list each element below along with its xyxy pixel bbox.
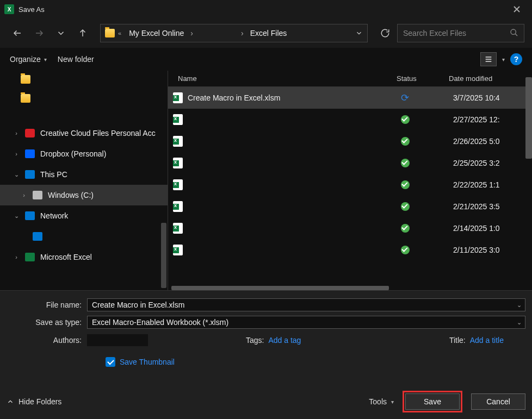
file-date: 2/25/2025 3:2 <box>453 159 532 167</box>
excel-app-icon: X <box>4 4 14 14</box>
breadcrumb-segment-1[interactable]: My Excel Online <box>125 24 188 42</box>
sidebar-item-network-pc[interactable] <box>0 226 168 247</box>
nav-forward-button[interactable] <box>29 23 49 43</box>
new-folder-label: New folder <box>58 55 94 64</box>
chevron-down-icon[interactable]: ⌄ <box>517 319 522 326</box>
refresh-button[interactable] <box>375 24 395 42</box>
help-button[interactable]: ? <box>510 53 522 65</box>
file-list-header: Name Status Date modified <box>168 71 532 87</box>
chevron-down-icon[interactable]: ⌄ <box>517 302 522 309</box>
save-thumbnail-label: Save Thumbnail <box>120 358 175 366</box>
organize-button[interactable]: Organize ▾ <box>10 55 47 64</box>
chevron-down-icon: ▾ <box>44 57 47 62</box>
file-row[interactable]: Create Macro in Excel.xlsm ⟳ 3/7/2025 10… <box>168 87 532 109</box>
sidebar-item-network[interactable]: ⌄ Network <box>0 205 168 226</box>
file-date: 2/27/2025 12: <box>453 115 532 124</box>
search-icon <box>510 28 518 39</box>
title-link[interactable]: Add a title <box>470 336 504 345</box>
file-row[interactable]: 2/27/2025 12: <box>168 109 532 130</box>
tags-label: Tags: <box>246 336 264 345</box>
synced-icon <box>401 115 410 124</box>
file-date: 2/14/2025 1:0 <box>453 224 532 233</box>
nav-recent-button[interactable] <box>51 23 71 43</box>
column-header-status[interactable]: Status <box>397 74 449 83</box>
type-label: Save as type: <box>7 318 87 327</box>
file-status <box>401 159 453 167</box>
view-dropdown[interactable]: ▾ <box>502 57 505 62</box>
title-bar: X Save As <box>0 0 532 18</box>
sidebar-item-folder[interactable] <box>0 88 168 109</box>
pc-icon <box>33 232 42 241</box>
file-row[interactable]: 2/26/2025 5:0 <box>168 130 532 152</box>
pc-icon <box>25 170 35 179</box>
cancel-button[interactable]: Cancel <box>471 393 525 410</box>
tags-link[interactable]: Add a tag <box>268 336 301 345</box>
file-date: 2/26/2025 5:0 <box>453 137 532 146</box>
sidebar-scrollbar[interactable] <box>161 223 166 288</box>
refresh-icon <box>380 28 390 38</box>
file-row[interactable]: 2/21/2025 3:5 <box>168 196 532 217</box>
excel-file-icon <box>172 223 183 234</box>
filename-value: Create Macro in Excel.xlsm <box>92 301 184 309</box>
file-date: 3/7/2025 10:4 <box>453 93 532 102</box>
filename-input[interactable]: Create Macro in Excel.xlsm ⌄ <box>87 298 525 311</box>
file-row[interactable]: 2/14/2025 1:0 <box>168 217 532 239</box>
nav-up-button[interactable] <box>73 23 92 43</box>
sidebar-item-label: Dropbox (Personal) <box>40 149 106 158</box>
chevron-right-icon: › <box>239 29 246 37</box>
toolbar: Organize ▾ New folder ▾ ? <box>0 48 532 71</box>
sidebar-item-dropbox[interactable]: › Dropbox (Personal) <box>0 143 168 164</box>
file-scrollbar-vertical[interactable] <box>525 77 532 159</box>
file-status <box>401 180 453 189</box>
view-mode-button[interactable] <box>480 52 497 66</box>
chevron-right-icon: › <box>13 130 20 136</box>
excel-file-icon <box>172 92 183 103</box>
chevron-down-icon: ▾ <box>391 399 394 405</box>
sidebar-item-label: Creative Cloud Files Personal Acc <box>40 129 156 137</box>
close-button[interactable] <box>506 1 528 17</box>
hide-folders-button[interactable]: Hide Folders <box>7 397 61 406</box>
type-input[interactable]: Excel Macro-Enabled Workbook (*.xlsm) ⌄ <box>87 316 525 329</box>
excel-file-icon <box>172 158 183 168</box>
sidebar-item-label: Microsoft Excel <box>40 253 92 261</box>
type-value: Excel Macro-Enabled Workbook (*.xlsm) <box>92 318 228 327</box>
file-scrollbar-horizontal[interactable] <box>171 286 389 290</box>
folder-icon <box>105 29 115 37</box>
chevron-right-icon: › <box>21 192 27 198</box>
file-row[interactable]: 2/22/2025 1:1 <box>168 174 532 196</box>
authors-input[interactable] <box>87 334 148 346</box>
chevron-down-icon: ⌄ <box>13 212 20 220</box>
save-thumbnail-checkbox[interactable] <box>106 357 115 367</box>
breadcrumb-segment-2[interactable]: Excel Files <box>246 24 292 42</box>
tools-button[interactable]: Tools ▾ <box>369 397 394 406</box>
search-input[interactable] <box>403 29 510 37</box>
folder-icon <box>21 94 30 103</box>
breadcrumb-dropdown[interactable] <box>351 24 367 42</box>
excel-file-icon <box>172 114 183 125</box>
file-status <box>401 246 453 254</box>
svg-point-5 <box>511 29 516 34</box>
search-box[interactable] <box>397 24 524 42</box>
save-button[interactable]: Save <box>405 393 460 410</box>
sidebar-item-creative-cloud[interactable]: › Creative Cloud Files Personal Acc <box>0 123 168 143</box>
synced-icon <box>401 224 410 233</box>
file-row[interactable]: 2/11/2025 3:0 <box>168 239 532 261</box>
breadcrumb[interactable]: « My Excel Online › › Excel Files <box>100 24 368 42</box>
nav-back-button[interactable] <box>8 23 27 43</box>
svg-line-6 <box>515 34 517 36</box>
file-row[interactable]: 2/25/2025 3:2 <box>168 152 532 174</box>
new-folder-button[interactable]: New folder <box>58 55 94 64</box>
column-header-name[interactable]: Name <box>168 74 397 83</box>
sidebar-item-windows-c[interactable]: › Windows (C:) <box>0 185 168 205</box>
arrow-left-icon <box>13 28 22 38</box>
sidebar-item-excel[interactable]: › Microsoft Excel <box>0 247 168 267</box>
column-header-date[interactable]: Date modified <box>449 74 532 83</box>
excel-icon <box>25 253 35 261</box>
chevron-right-icon: › <box>13 254 20 260</box>
sidebar-item-this-pc[interactable]: ⌄ This PC <box>0 164 168 185</box>
sidebar: › Creative Cloud Files Personal Acc › Dr… <box>0 71 168 290</box>
excel-file-icon <box>172 245 183 255</box>
file-status <box>401 202 453 211</box>
sidebar-item-folder[interactable] <box>0 71 168 88</box>
synced-icon <box>401 137 410 146</box>
